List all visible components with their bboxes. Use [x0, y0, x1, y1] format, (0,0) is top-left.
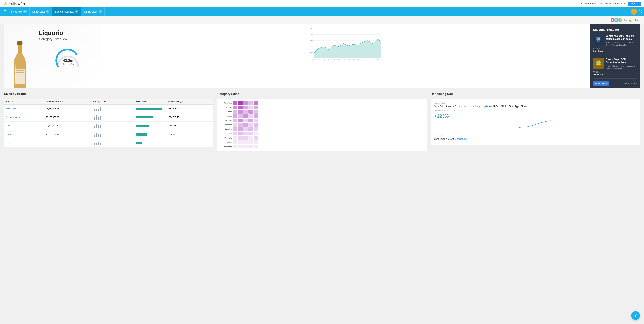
- heatmap-cell: [233, 119, 238, 122]
- heatmap-cell: [248, 114, 253, 118]
- heatmap-cell: [248, 110, 253, 114]
- cell-brand[interactable]: Titos: [4, 122, 44, 130]
- heatmap-label: Vodkas: [220, 106, 232, 108]
- add-to-feed-button[interactable]: Add to feed +: [593, 81, 609, 86]
- hero-title: Liquorio: [39, 29, 97, 36]
- heatmap-row: Gins: [220, 132, 424, 135]
- cell-volume: 1,185,365.23: [166, 122, 213, 130]
- share-button[interactable]: Share: [634, 19, 640, 21]
- nav-dropdown-tequila-sales[interactable]: ▾: [98, 10, 102, 13]
- er-article-1: 🐺 Winter has come, and it's caused a spi…: [593, 34, 636, 55]
- heatmap-cell: [233, 136, 238, 140]
- heatmap-cell: [233, 132, 238, 135]
- bottom-sections: Sales by Brand Brand ▾ Sales Amount $ ▾ …: [4, 92, 640, 151]
- avatar-3: KL: [618, 18, 622, 22]
- heatmap-cell: [248, 119, 253, 122]
- svg-rect-6: [16, 70, 24, 71]
- heatmap-cell: [248, 105, 253, 109]
- logout-button[interactable]: Logout ...: [628, 1, 641, 6]
- category-chart-wrap: WhiskiesVodkasRumsLiqueursTequilasSchnap…: [217, 98, 427, 151]
- hamburger-menu[interactable]: ☰: [1, 8, 8, 15]
- sales-table: Brand ▾ Sales Amount $ ▾ Monthly Sales ▾…: [4, 98, 213, 147]
- heatmap-grid: WhiskiesVodkasRumsLiqueursTequilasSchnap…: [220, 101, 424, 148]
- heatmap-label: Brandies: [220, 128, 232, 130]
- svg-rect-3: [17, 41, 23, 45]
- nav-dropdown-liquorio-overview[interactable]: ▾: [75, 10, 78, 13]
- fullscreen-button[interactable]: ⛶: [638, 9, 643, 14]
- cell-monthly: [92, 139, 135, 147]
- nav-right: + ⛶: [631, 9, 643, 15]
- col-sales-amount[interactable]: Sales Amount $ ▾: [44, 98, 92, 104]
- heatmap-cell: [233, 127, 238, 131]
- cell-volume: 1,550,917.73: [166, 113, 213, 122]
- heatmap-label: Moonshine: [220, 146, 232, 148]
- heatmap-row: Schnapps: [220, 123, 424, 127]
- cell-best-seller: [135, 139, 166, 147]
- add-button[interactable]: +: [631, 9, 637, 15]
- area-chart-svg: 2.5m 2m 1.5m 1m 500k 0 Jun Aug: [105, 27, 586, 60]
- cell-monthly: [92, 104, 135, 113]
- rss-icon[interactable]: [624, 18, 627, 22]
- svg-text:Jun: Jun: [376, 59, 379, 60]
- nav-dropdown-sales-kpis[interactable]: ▾: [24, 10, 27, 13]
- heatmap-label: Blank: [220, 141, 232, 143]
- heatmap-row: Rums: [220, 110, 424, 114]
- cell-brand[interactable]: Black Velvet: [4, 104, 44, 113]
- cell-monthly: [92, 122, 135, 130]
- er-article-title-2: Crown Royal EOM Reporting for May: [606, 58, 636, 64]
- heatmap-cell: [243, 123, 248, 127]
- heatmap-cell: [238, 114, 243, 118]
- heatmap-cell: [243, 127, 248, 131]
- heatmap-label: Schnapps: [220, 124, 232, 126]
- svg-text:Aug: Aug: [347, 59, 350, 60]
- svg-text:Aug: Aug: [318, 59, 320, 60]
- happening-date-1: Between 01-01-2018 to 31-12-2018: [434, 109, 636, 111]
- logo: Yellowfin: [3, 1, 25, 6]
- cell-sales: 16,560,141.37: [44, 130, 92, 139]
- cell-brand[interactable]: Fireball: [4, 130, 44, 139]
- main-content: Liquorio Category Overview: [0, 24, 644, 155]
- svg-text:Feb: Feb: [332, 59, 335, 60]
- heatmap-cell: [238, 105, 243, 109]
- happening-now-title: Happening Now: [431, 92, 640, 96]
- heatmap-cell: [243, 132, 248, 135]
- col-volume-sold[interactable]: Volume Sold (L) ▾: [166, 98, 213, 104]
- cell-brand[interactable]: Jose: [4, 139, 44, 147]
- cell-brand[interactable]: Captain Morgan: [4, 113, 44, 122]
- happening-link-1[interactable]: commenced a prolonged spike: [457, 105, 489, 108]
- col-monthly-sales[interactable]: Monthly Sales ▾: [92, 98, 135, 104]
- nav-dropdown-liquor-sales[interactable]: ▾: [46, 10, 50, 13]
- nav-item-liquorio-overview[interactable]: Liquorio Overview ▾: [52, 7, 81, 16]
- nav-item-sales-kpis[interactable]: Sales KPIs ▾: [8, 7, 30, 16]
- heatmap-label: Whiskies: [220, 102, 232, 104]
- gauge-chart: 43.3m Target: 49.8m: [55, 46, 82, 73]
- happening-section-label-1: Tequila Sales: [434, 102, 636, 104]
- sparkline-svg: [434, 120, 636, 128]
- heatmap-label: Tequilas: [220, 119, 232, 121]
- happening-text-1: Sum Sales Amount $ commenced a prolonged…: [434, 104, 636, 108]
- heatmap-row: Whiskies: [220, 101, 424, 105]
- table-row: Jose: [4, 139, 213, 147]
- heatmap-cell: [238, 136, 243, 140]
- heatmap-cell: [243, 101, 248, 105]
- cell-volume: 2,567,679.78: [166, 104, 213, 113]
- cell-best-seller: [135, 130, 166, 139]
- er-author-1: Ivan Seow: [593, 50, 636, 52]
- svg-text:Oct: Oct: [323, 59, 325, 60]
- svg-text:Oct: Oct: [352, 59, 354, 60]
- happening-link-2[interactable]: spiked on: [457, 138, 467, 140]
- cell-best-seller: [135, 113, 166, 122]
- lock-icon[interactable]: 🔒: [629, 18, 632, 22]
- nav-label-sales-kpis: Sales KPIs: [11, 10, 22, 13]
- col-brand[interactable]: Brand ▾: [4, 98, 44, 104]
- nav-item-liquor-sales[interactable]: Liquor Sales ▾: [30, 7, 52, 16]
- heatmap-cell: [248, 145, 253, 148]
- cell-sales: 26,130,828.80: [44, 113, 92, 122]
- nav-item-tequila-sales[interactable]: Tequila Sales ▾: [81, 7, 104, 16]
- explore-all-link[interactable]: Explore All >: [624, 82, 636, 85]
- happening-wrap: Tequila Sales Sum Sales Amount $ commenc…: [431, 98, 640, 145]
- hero-subtitle: Category Overview: [39, 37, 97, 41]
- sales-table-wrap: Brand ▾ Sales Amount $ ▾ Monthly Sales ▾…: [4, 98, 213, 147]
- svg-rect-7: [16, 72, 24, 73]
- cell-monthly: [92, 130, 135, 139]
